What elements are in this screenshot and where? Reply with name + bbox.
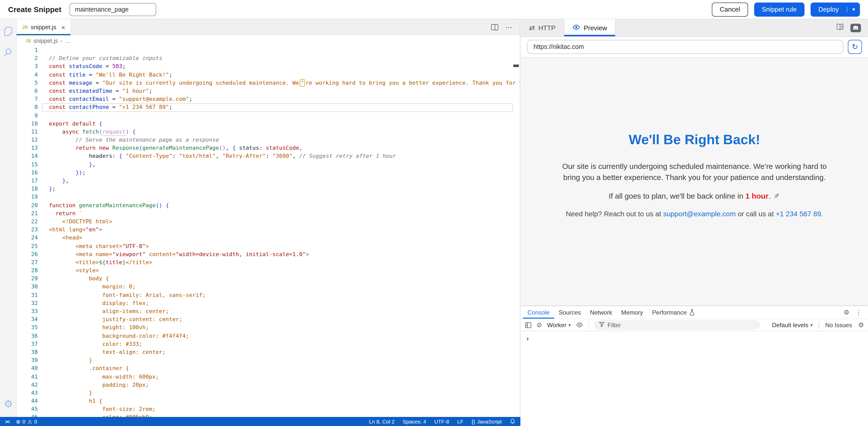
app-header: Create Snippet Cancel Snippet rule Deplo… [0,0,868,19]
devtools-settings-gear-icon[interactable]: ⚙ [843,309,849,316]
code-line-content: color: #333; [49,340,142,348]
bell-icon[interactable] [510,419,515,425]
clear-console-icon[interactable]: ⊘ [536,321,542,329]
code-line: 19 [17,193,520,201]
snippet-rule-button[interactable]: Snippet rule [754,2,804,17]
issues-counter[interactable]: No Issues [818,321,852,329]
files-icon[interactable] [2,25,14,37]
line-number: 30 [17,283,38,291]
eta-suffix: . [769,192,771,200]
contact-suffix: . [821,210,823,218]
code-line: 27 <title>${title}</title> [17,259,520,267]
line-number: 37 [17,340,38,348]
settings-gear-icon[interactable]: ⚙ [0,398,17,410]
console-filter-input[interactable]: Filter [594,320,760,330]
tab-preview[interactable]: Preview [563,19,616,36]
code-line: 15 }, [17,161,520,169]
refresh-button[interactable]: ↻ [848,40,862,54]
code-line: 45 font-size: 2rem; [17,405,520,414]
snippet-name-input[interactable] [69,3,156,16]
devtools-tab-memory[interactable]: Memory [617,306,648,319]
line-number: 40 [17,365,38,373]
remote-indicator-icon[interactable]: >< [5,419,9,424]
code-editor[interactable]: 12// Define your customizable inputs3con… [17,47,520,417]
tab-http[interactable]: ⇄ HTTP [521,19,563,36]
maintenance-eta: If all goes to plan, we'll be back onlin… [553,192,836,201]
preview-url-input[interactable] [527,40,843,54]
code-line: 25 <meta charset="UTF-8"> [17,242,520,250]
cursor-position[interactable]: Ln 8, Col 2 [369,419,395,425]
line-number: 22 [17,218,38,226]
line-number: 6 [17,87,38,95]
code-line-content: }, [49,161,95,169]
line-number: 13 [17,144,38,152]
js-file-icon: JS [26,38,31,44]
code-line-content: const contactPhone = "+1 234 567 89"; [49,104,172,112]
code-line: 41 max-width: 600px; [17,373,520,381]
cancel-button-label: Cancel [720,5,740,13]
editor-tab-actions: ⋯ [491,19,520,35]
encoding-setting[interactable]: UTF-8 [434,419,450,425]
code-line-content: <meta name="viewport" content="width=dev… [49,250,309,258]
deploy-split-button: Deploy ▼ [810,2,860,17]
close-tab-icon[interactable]: × [61,24,65,31]
devtools-tabs: ConsoleSourcesNetworkMemoryPerformance⚙⋮ [521,306,868,319]
log-levels-selector[interactable]: Default levels ▾ [772,321,813,329]
code-line: 31 font-family: Arial, sans-serif; [17,291,520,299]
code-line: 40 .container { [17,365,520,373]
levels-label: Default levels [772,321,808,329]
code-line-content: margin: 0; [49,283,135,291]
code-line: 38 text-align: center; [17,348,520,357]
problems-status[interactable]: ⊗ 0 ⚠ 0 [16,419,37,425]
console-settings-gear-icon[interactable]: ⚙ [858,321,864,329]
scrollbar-marker[interactable] [513,64,519,67]
language-label: JavaScript [477,419,502,425]
phone-link[interactable]: +1 234 567 89 [776,210,821,218]
code-line: 22 <!DOCTYPE html> [17,218,520,226]
docs-book-icon[interactable] [836,23,844,32]
preview-pane: ⇄ HTTP Preview [521,19,868,426]
breadcrumb-more: … [65,38,70,44]
eol-setting[interactable]: LF [457,419,463,425]
devtools-tab-label: Memory [621,309,643,316]
line-number: 17 [17,177,38,185]
line-number: 19 [17,193,38,201]
line-number: 36 [17,332,38,340]
deploy-button[interactable]: Deploy [810,5,847,13]
chevron-down-icon: ▾ [568,322,571,328]
code-line-content: const message = "Our site is currently u… [49,79,520,87]
code-line-content: body { [49,275,109,283]
live-expression-eye-icon[interactable] [576,322,583,328]
code-line-content: <style> [49,267,99,275]
deploy-dropdown-button[interactable]: ▼ [847,7,860,12]
devtools-tab-sources[interactable]: Sources [554,306,585,319]
editor-tab-snippet-js[interactable]: JS snippet.js × [17,19,71,35]
language-mode[interactable]: {} JavaScript [471,419,502,425]
console-output[interactable]: › [521,331,868,426]
toolbar-divider [588,321,589,329]
breadcrumb[interactable]: JS snippet.js › … [17,35,520,47]
console-sidebar-icon[interactable] [525,322,531,328]
devtools-tab-performance[interactable]: Performance [648,306,699,319]
devtools-tab-network[interactable]: Network [585,306,617,319]
context-selector[interactable]: Worker ▾ [547,321,571,329]
code-line-content: }); [49,169,86,177]
errors-icon: ⊗ [16,419,21,425]
split-editor-icon[interactable] [491,24,498,30]
code-line: 42 padding: 20px; [17,381,520,389]
error-count: 0 [23,419,26,425]
indentation-setting[interactable]: Spaces: 4 [403,419,426,425]
more-actions-icon[interactable]: ⋯ [505,23,513,31]
preview-url-row: ↻ [521,37,868,57]
code-line-content: const statusCode = 503; [49,63,126,71]
search-icon[interactable] [2,47,14,58]
console-toolbar: ⊘ Worker ▾ Filter [521,319,868,331]
support-email-link[interactable]: support@example.com [663,210,736,218]
chevron-down-icon: ▾ [810,322,813,328]
console-toolbar-right: Default levels ▾ No Issues ⚙ [772,321,864,329]
devtools-tab-console[interactable]: Console [523,306,554,319]
discord-icon[interactable] [850,24,861,32]
kebab-menu-icon[interactable]: ⋮ [856,309,862,316]
line-number: 43 [17,389,38,397]
cancel-button[interactable]: Cancel [712,2,748,17]
